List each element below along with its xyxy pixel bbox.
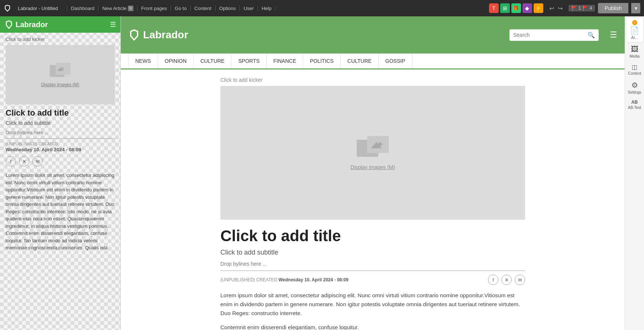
sidebar-bylines[interactable]: Drop bylines here ... <box>6 130 115 139</box>
search-bar: 🔍 <box>509 29 599 41</box>
rtool-settings-icon: ⚙ <box>631 81 638 90</box>
flag-count: 4 <box>589 6 592 11</box>
version-flag: 🚩 <box>572 6 577 11</box>
nav-opinion[interactable]: OPINION <box>158 54 194 68</box>
sidebar-content: Click to add kicker Display images (M) C… <box>6 36 115 252</box>
rtool-article-badge: ! <box>632 20 637 25</box>
article-meta-left: (UNPUBLISHED) CREATED Wednesday 10. Apri… <box>220 277 349 282</box>
sidebar-social-icons: f ✕ ✉ <box>6 156 115 166</box>
undo-redo-controls: ↩ ↪ <box>548 4 564 13</box>
rtool-content-icon: ◫ <box>632 64 637 71</box>
nav-user[interactable]: User <box>240 6 258 11</box>
publish-button[interactable]: Publish <box>598 3 628 13</box>
rtool-abtest-label: AB-Test <box>628 106 641 110</box>
article-meta-label: (UNPUBLISHED) CREATED <box>220 277 277 282</box>
article-image-placeholder[interactable]: Display images (M) <box>220 86 525 220</box>
sidebar-body: Lorem ipsum dolor sit amet, consectetur … <box>6 172 115 252</box>
nav-news[interactable]: NEWS <box>128 54 158 68</box>
sidebar-x-icon[interactable]: ✕ <box>19 156 29 166</box>
svg-point-3 <box>61 68 64 70</box>
nav-new-article[interactable]: New Article N <box>98 6 137 11</box>
article-subtitle[interactable]: Click to add subtitle <box>220 249 525 256</box>
nav-politics[interactable]: POLITICS <box>303 54 341 68</box>
search-input[interactable] <box>513 32 585 38</box>
svg-point-7 <box>378 142 382 146</box>
left-sidebar: Labrador ☰ Click to add kicker Display i… <box>0 16 121 330</box>
article-title[interactable]: Click to add title <box>220 227 525 245</box>
sidebar-article-subtitle[interactable]: Click to add subtitle <box>6 120 115 126</box>
rtool-media-label: Media <box>630 54 640 58</box>
main-wrapper: Labrador ☰ Click to add kicker Display i… <box>0 16 644 330</box>
site-header: Labrador 🔍 ☰ <box>121 16 625 54</box>
rtool-settings[interactable]: ⚙ Settings <box>626 78 643 97</box>
nav-front-pages[interactable]: Front pages <box>137 6 171 11</box>
article-facebook-icon[interactable]: f <box>488 275 498 285</box>
flag-count-icon: 🚩 <box>582 6 588 11</box>
redo-button[interactable]: ↪ <box>556 4 564 13</box>
right-toolbar: ! 📄 Ar... 🖼 Media ◫ Content ⚙ Settings A… <box>625 16 644 330</box>
sidebar-kicker[interactable]: Click to add kicker <box>6 36 115 42</box>
sidebar-image-label[interactable]: Display images (M) <box>41 82 80 87</box>
article-email-icon[interactable]: ✉ <box>515 275 525 285</box>
rtool-article[interactable]: ! 📄 Ar... <box>626 18 643 42</box>
site-menu-icon[interactable]: ☰ <box>610 30 617 40</box>
rtool-content-label: Content <box>628 71 641 75</box>
rtool-media[interactable]: 🖼 Media <box>626 43 643 61</box>
article-date: Wednesday 10. April 2024 - 08:09 <box>278 277 348 282</box>
article-kicker[interactable]: Click to add kicker <box>220 77 525 83</box>
search-icon[interactable]: 🔍 <box>588 32 595 39</box>
rtool-abtest-icon: AB <box>631 100 638 105</box>
topbar-logo <box>4 4 11 12</box>
rtool-article-label: Ar... <box>631 36 638 40</box>
center-content: Labrador 🔍 ☰ NEWS OPINION CULTURE SPORTS… <box>121 16 625 330</box>
site-nav: NEWS OPINION CULTURE SPORTS FINANCE POLI… <box>121 54 625 69</box>
nav-culture2[interactable]: CULTURE <box>341 54 379 68</box>
undo-button[interactable]: ↩ <box>548 4 556 13</box>
sidebar-logo-text: Labrador <box>16 20 48 29</box>
publish-dropdown-button[interactable]: ▾ <box>631 3 640 13</box>
diamond-icon-btn[interactable]: ◆ <box>522 3 532 13</box>
article-image-label[interactable]: Display images (M) <box>350 164 395 170</box>
site-logo-text: Labrador <box>143 29 188 41</box>
nav-gossip[interactable]: GOSSIP <box>379 54 412 68</box>
site-logo: Labrador <box>128 29 502 41</box>
nav-go-to[interactable]: Go to <box>171 6 191 11</box>
topbar: Labrador - Untitled Dashboard New Articl… <box>0 0 644 16</box>
sidebar-logo: Labrador <box>4 20 107 29</box>
rtool-media-icon: 🖼 <box>631 45 638 54</box>
sidebar-date: Wednesday 10. April 2024 - 08:09 <box>6 147 115 152</box>
nav-culture[interactable]: CULTURE <box>194 54 232 68</box>
article-meta: (UNPUBLISHED) CREATED Wednesday 10. Apri… <box>220 275 525 285</box>
nav-help[interactable]: Help <box>258 6 276 11</box>
nav-content[interactable]: Content <box>191 6 216 11</box>
bolt-icon-btn[interactable]: ⚡ <box>534 3 543 13</box>
gift-icon-btn[interactable]: 🎁 <box>511 3 521 13</box>
app-title: Labrador - Untitled <box>18 6 58 11</box>
grid-icon-btn[interactable]: ⊞ <box>500 3 510 13</box>
sidebar-article-title[interactable]: Click to add title <box>6 108 115 118</box>
sidebar-menu-icon[interactable]: ☰ <box>110 20 116 29</box>
rtool-content[interactable]: ◫ Content <box>626 61 643 78</box>
version-badge: 🚩 1 🚩 4 <box>569 5 595 12</box>
sidebar-body-para2: Contemnit enim disserendi elegantiam, co… <box>6 230 115 252</box>
article-social-icons: f ✕ ✉ <box>488 275 525 285</box>
article-area: Click to add kicker Display images (M) C… <box>206 69 540 330</box>
sidebar-image-placeholder[interactable]: Display images (M) <box>6 45 115 104</box>
nav-dashboard[interactable]: Dashboard <box>67 6 99 11</box>
topbar-tool-icons: T ⊞ 🎁 ◆ ⚡ <box>489 3 543 13</box>
rtool-settings-label: Settings <box>628 90 641 94</box>
rtool-abtest[interactable]: AB AB-Test <box>626 97 643 112</box>
nav-options[interactable]: Options <box>216 6 240 11</box>
nav-sports[interactable]: SPORTS <box>232 54 266 68</box>
sidebar-email-icon[interactable]: ✉ <box>32 156 43 166</box>
new-article-shortcut: N <box>128 6 133 11</box>
sidebar-facebook-icon[interactable]: f <box>6 156 16 166</box>
nav-finance[interactable]: FINANCE <box>267 54 303 68</box>
article-body-para2: Contemnit enim disserendi elegantiam, co… <box>220 323 525 330</box>
article-x-icon[interactable]: ✕ <box>501 275 512 285</box>
article-body-para1: Lorem ipsum dolor sit amet, consectetur … <box>220 291 525 318</box>
topbar-nav: Dashboard New Article N Front pages Go t… <box>67 6 486 11</box>
sidebar-body-para1: Lorem ipsum dolor sit amet, consectetur … <box>6 172 115 230</box>
article-bylines[interactable]: Drop bylines here ... <box>220 261 525 271</box>
t-icon-btn[interactable]: T <box>489 3 499 13</box>
